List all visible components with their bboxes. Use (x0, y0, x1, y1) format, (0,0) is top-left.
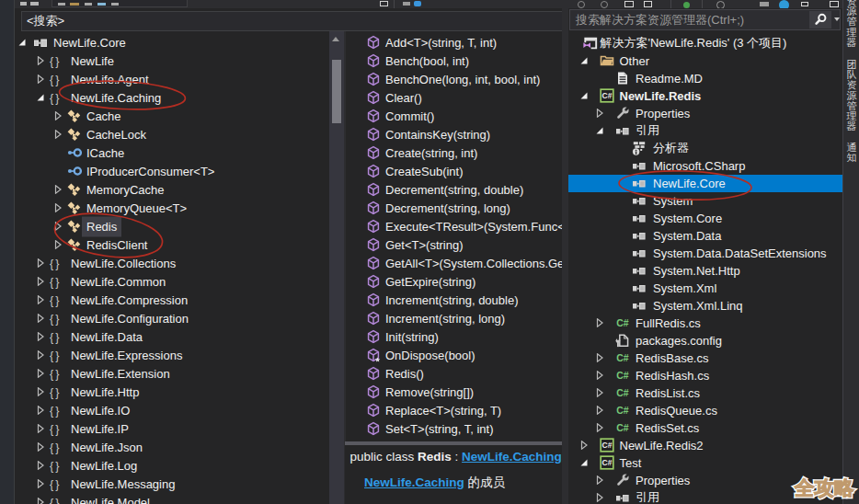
svg-text:C#: C# (601, 91, 612, 100)
svg-text:C#: C# (616, 387, 629, 398)
svg-text:C#: C# (601, 441, 612, 450)
svg-text:C#: C# (601, 458, 612, 467)
svg-text:C#: C# (616, 352, 629, 363)
svg-text:C#: C# (616, 370, 629, 381)
svg-text:C#: C# (616, 317, 629, 328)
svg-text:C#: C# (616, 422, 629, 433)
svg-text:C#: C# (616, 405, 629, 416)
